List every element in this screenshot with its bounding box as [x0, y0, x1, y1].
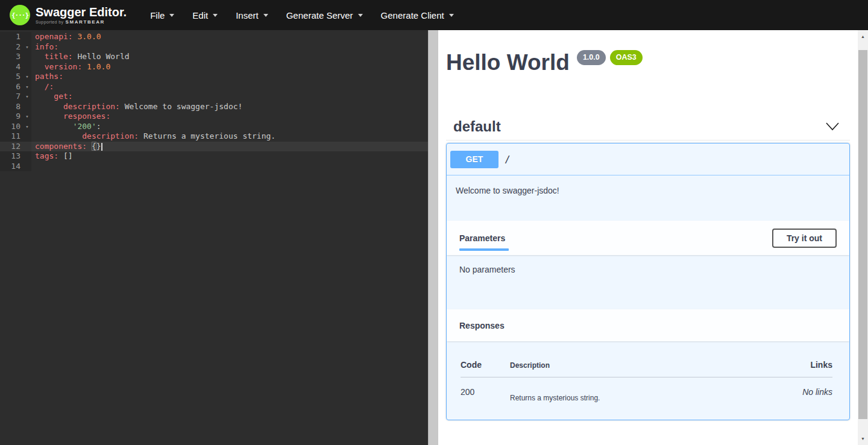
response-links: No links: [760, 387, 832, 402]
fold-arrow-icon[interactable]: ▾: [23, 122, 31, 132]
code-text: get:: [31, 92, 73, 102]
response-description: Returns a mysterious string.: [510, 387, 760, 402]
fold-arrow-icon[interactable]: ▾: [23, 92, 31, 102]
line-number: 5: [0, 72, 23, 82]
swagger-editor-brand: {···} Swagger Editor. Supported bySMARTB…: [10, 5, 127, 25]
fold-spacer: [23, 52, 31, 62]
brand-text: Swagger Editor. Supported bySMARTBEAR: [36, 5, 127, 25]
responses-title: Responses: [459, 321, 505, 330]
fold-spacer: [23, 151, 31, 162]
code-text: components: {}: [31, 142, 102, 152]
code-line-1[interactable]: 1openapi: 3.0.0: [0, 32, 428, 42]
parameters-title: Parameters: [459, 233, 505, 243]
code-text: description: Returns a mysterious string…: [31, 131, 275, 142]
code-line-2[interactable]: 2▾info:: [0, 42, 428, 52]
vertical-scrollbar[interactable]: ▲ ▼: [858, 30, 868, 445]
tag-section-default[interactable]: default: [446, 113, 850, 140]
code-line-11[interactable]: 11 description: Returns a mysterious str…: [0, 131, 428, 142]
code-text: version: 1.0.0: [31, 62, 110, 72]
code-line-10[interactable]: 10▾ '200':: [0, 122, 428, 132]
yaml-editor[interactable]: 1openapi: 3.0.02▾info:3 title: Hello Wor…: [0, 30, 428, 445]
caret-down-icon: [263, 14, 268, 17]
operation-description: Welcome to swagger-jsdoc!: [447, 175, 849, 221]
response-code: 200: [461, 387, 510, 402]
menu-file[interactable]: File: [141, 0, 183, 30]
scrollbar-thumb[interactable]: [858, 50, 867, 419]
smartbear-label: SMARTBEAR: [65, 19, 105, 25]
caret-down-icon: [358, 14, 363, 17]
api-title: Hello World: [446, 51, 570, 74]
menu-file-label: File: [150, 10, 165, 21]
menu-insert-label: Insert: [236, 10, 259, 21]
fold-arrow-icon[interactable]: ▾: [23, 82, 31, 92]
line-number: 10: [0, 122, 23, 132]
text-cursor: [101, 143, 102, 151]
version-badge: 1.0.0: [577, 50, 606, 65]
fold-arrow-icon[interactable]: ▾: [23, 112, 31, 122]
menu-generate-client[interactable]: Generate Client: [372, 0, 463, 30]
fold-spacer: [23, 32, 31, 42]
try-it-out-button[interactable]: Try it out: [772, 229, 837, 248]
fold-spacer: [23, 142, 31, 152]
code-text: '200':: [31, 122, 101, 132]
line-number: 12: [0, 142, 23, 152]
line-number: 14: [0, 162, 23, 172]
code-line-8[interactable]: 8 description: Welcome to swagger-jsdoc!: [0, 102, 428, 112]
code-column-header: Code: [461, 360, 510, 370]
fold-spacer: [23, 102, 31, 112]
oas3-badge: OAS3: [610, 50, 643, 65]
parameters-header: Parameters Try it out: [447, 221, 849, 255]
code-text: paths:: [31, 72, 63, 82]
code-line-5[interactable]: 5▾paths:: [0, 72, 428, 82]
line-number: 11: [0, 131, 23, 142]
menu-generate-server-label: Generate Server: [286, 10, 353, 21]
code-line-14[interactable]: 14: [0, 162, 428, 172]
operation-summary[interactable]: GET /: [447, 144, 849, 175]
responses-header: Responses: [447, 309, 849, 341]
line-number: 6: [0, 82, 23, 92]
code-line-4[interactable]: 4 version: 1.0.0: [0, 62, 428, 72]
code-text: title: Hello World: [31, 52, 130, 62]
editor-code-area[interactable]: 1openapi: 3.0.02▾info:3 title: Hello Wor…: [0, 30, 428, 171]
menu-insert[interactable]: Insert: [227, 0, 277, 30]
caret-down-icon: [213, 14, 218, 17]
brand-subtitle: Supported bySMARTBEAR: [36, 19, 127, 25]
http-method-badge: GET: [450, 151, 498, 168]
swagger-logo-icon: {···}: [10, 5, 30, 25]
brand-title: Swagger Editor.: [36, 5, 127, 19]
menu-bar: File Edit Insert Generate Server Generat…: [141, 0, 463, 30]
supported-by-label: Supported by: [36, 20, 63, 24]
code-text: [31, 162, 35, 172]
scroll-down-icon[interactable]: ▼: [858, 434, 868, 444]
api-info: Hello World 1.0.0 OAS3: [438, 30, 858, 74]
fold-arrow-icon[interactable]: ▾: [23, 42, 31, 52]
code-line-3[interactable]: 3 title: Hello World: [0, 52, 428, 62]
code-line-12[interactable]: 12components: {}: [0, 142, 428, 152]
code-line-9[interactable]: 9▾ responses:: [0, 112, 428, 122]
line-number: 3: [0, 52, 23, 62]
response-row-200: 200 Returns a mysterious string. No link…: [461, 377, 832, 402]
fold-spacer: [23, 131, 31, 142]
code-line-6[interactable]: 6▾ /:: [0, 82, 428, 92]
menu-edit[interactable]: Edit: [183, 0, 227, 30]
code-text: info:: [31, 42, 58, 52]
chevron-down-icon[interactable]: [826, 122, 839, 131]
menu-generate-server[interactable]: Generate Server: [277, 0, 372, 30]
scroll-up-icon[interactable]: ▲: [858, 31, 868, 42]
line-number: 2: [0, 42, 23, 52]
links-column-header: Links: [760, 360, 832, 370]
responses-table-header: Code Description Links: [461, 350, 832, 377]
opblock-get: GET / Welcome to swagger-jsdoc! Paramete…: [446, 143, 850, 420]
tag-name: default: [453, 118, 501, 135]
code-line-13[interactable]: 13tags: []: [0, 151, 428, 162]
fold-arrow-icon[interactable]: ▾: [23, 72, 31, 82]
pane-splitter[interactable]: [428, 30, 438, 445]
line-number: 7: [0, 92, 23, 102]
code-text: openapi: 3.0.0: [31, 32, 101, 42]
line-number: 4: [0, 62, 23, 72]
line-number: 13: [0, 151, 23, 162]
fold-spacer: [23, 62, 31, 72]
code-line-7[interactable]: 7▾ get:: [0, 92, 428, 102]
description-column-header: Description: [510, 361, 760, 370]
menu-generate-client-label: Generate Client: [381, 10, 444, 21]
